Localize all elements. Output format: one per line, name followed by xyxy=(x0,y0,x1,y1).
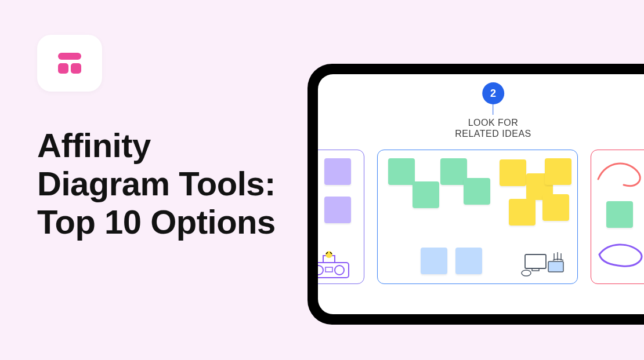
board-left xyxy=(318,150,364,284)
step-header: 2 LOOK FOR RELATED IDEAS xyxy=(455,82,531,139)
svg-rect-0 xyxy=(58,53,81,60)
tablet-mockup: 2 LOOK FOR RELATED IDEAS xyxy=(307,64,644,325)
svg-point-11 xyxy=(522,270,531,276)
svg-rect-9 xyxy=(532,268,539,271)
board-row xyxy=(318,150,644,284)
sticky-note xyxy=(413,181,439,208)
desk-illustration xyxy=(519,250,571,280)
step-title-line2: RELATED IDEAS xyxy=(455,129,531,139)
svg-rect-1 xyxy=(58,63,68,74)
svg-point-7 xyxy=(325,251,332,258)
sticky-note xyxy=(500,159,526,186)
svg-rect-8 xyxy=(525,254,546,268)
svg-rect-6 xyxy=(325,267,332,272)
sticky-note xyxy=(542,194,569,221)
boombox-illustration xyxy=(318,250,352,280)
svg-rect-10 xyxy=(548,261,563,272)
scribble-purple-icon xyxy=(595,237,644,272)
step-title-line1: LOOK FOR xyxy=(468,118,519,128)
svg-point-5 xyxy=(335,266,344,275)
sticky-note xyxy=(509,199,536,226)
sticky-note xyxy=(421,248,447,274)
page-title: Affinity Diagram Tools: Top 10 Options xyxy=(37,126,276,241)
tablet-screen: 2 LOOK FOR RELATED IDEAS xyxy=(318,74,644,314)
svg-rect-2 xyxy=(71,63,81,74)
sticky-note xyxy=(606,201,633,228)
sticky-note xyxy=(545,158,571,185)
sticky-note xyxy=(464,178,490,205)
scribble-red-icon xyxy=(595,156,644,191)
brand-logo xyxy=(37,35,102,92)
sticky-note xyxy=(388,158,415,185)
sticky-note xyxy=(324,158,351,185)
step-number-badge: 2 xyxy=(482,82,504,104)
sticky-note xyxy=(324,197,351,223)
board-center xyxy=(377,150,578,284)
step-connector-line xyxy=(493,104,493,115)
sticky-note xyxy=(455,248,482,274)
step-title: LOOK FOR RELATED IDEAS xyxy=(455,117,531,139)
board-right xyxy=(591,150,644,284)
svg-point-4 xyxy=(318,266,323,275)
